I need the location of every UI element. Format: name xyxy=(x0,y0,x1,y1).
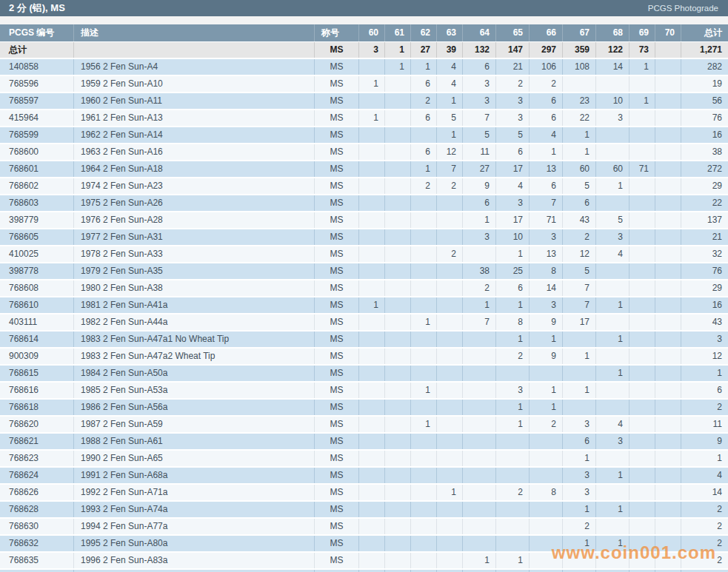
grade-count-64: 38 xyxy=(463,263,496,279)
grade-count-66: 71 xyxy=(530,212,563,228)
pcgs-number-link[interactable]: 768615 xyxy=(0,366,74,381)
pcgs-number-link[interactable]: 900309 xyxy=(0,349,74,364)
row-total: 38 xyxy=(681,144,728,160)
designation: MS xyxy=(315,485,359,500)
totals-description xyxy=(74,42,315,58)
table-row: 768596 1959 2 Fen Sun-A10 MS 1 6 4 3 2 2… xyxy=(0,76,728,93)
column-header-grade-60: 60 xyxy=(359,24,385,41)
pcgs-number-link[interactable]: 768596 xyxy=(0,76,74,92)
row-total: 1 xyxy=(681,451,728,466)
grade-count-60: 1 xyxy=(359,76,385,92)
grade-count-62 xyxy=(411,332,437,347)
grade-count-66 xyxy=(530,366,563,381)
grade-count-67: 1 xyxy=(563,144,596,160)
pcgs-number-link[interactable]: 768623 xyxy=(0,451,74,466)
pcgs-number-link[interactable]: 768632 xyxy=(0,536,74,551)
pcgs-number-link[interactable]: 768616 xyxy=(0,383,74,398)
grade-count-62: 6 xyxy=(411,110,437,126)
pcgs-number-link[interactable]: 768635 xyxy=(0,553,74,568)
pcgs-number-link[interactable]: 768603 xyxy=(0,195,74,211)
grade-count-60 xyxy=(359,502,385,517)
grade-count-69 xyxy=(630,229,655,245)
grade-count-65 xyxy=(496,451,530,466)
grade-count-69 xyxy=(630,349,655,364)
designation: MS xyxy=(315,349,359,364)
table-row: 768602 1974 2 Fen Sun-A23 MS 2 2 9 4 6 5… xyxy=(0,178,728,195)
grade-count-61 xyxy=(385,127,411,143)
row-total: 76 xyxy=(681,263,728,279)
coin-description: 1977 2 Fen Sun-A31 xyxy=(74,229,315,245)
pcgs-number-link[interactable]: 768621 xyxy=(0,434,74,449)
grade-count-64 xyxy=(463,400,496,415)
pcgs-number-link[interactable]: 768624 xyxy=(0,468,74,483)
pcgs-photograde-link[interactable]: PCGS Photograde xyxy=(648,4,718,13)
grade-count-60 xyxy=(359,332,385,347)
grade-count-63 xyxy=(437,553,463,568)
designation: MS xyxy=(315,400,359,415)
pcgs-number-link[interactable]: 768597 xyxy=(0,93,74,109)
grade-count-66: 7 xyxy=(530,195,563,211)
grade-count-62 xyxy=(411,400,437,415)
table-row: 768630 1994 2 Fen Sun-A77a MS 2 2 xyxy=(0,519,728,536)
grade-count-62: 2 xyxy=(411,93,437,109)
grade-count-68: 1 xyxy=(596,366,630,381)
pcgs-number-link[interactable]: 398778 xyxy=(0,263,74,279)
designation: MS xyxy=(315,332,359,347)
grade-count-70 xyxy=(655,263,681,279)
grade-count-64 xyxy=(463,519,496,534)
grade-count-60: 1 xyxy=(359,297,385,313)
grade-count-61 xyxy=(385,332,411,347)
row-total: 11 xyxy=(681,417,728,432)
pcgs-number-link[interactable]: 768608 xyxy=(0,280,74,296)
grade-count-70 xyxy=(655,434,681,449)
grade-count-61 xyxy=(385,212,411,228)
grade-count-66: 13 xyxy=(530,246,563,262)
grade-count-61 xyxy=(385,246,411,262)
pcgs-number-link[interactable]: 768626 xyxy=(0,485,74,500)
pcgs-number-link[interactable]: 768618 xyxy=(0,400,74,415)
grade-count-62 xyxy=(411,502,437,517)
column-header-grade-64: 64 xyxy=(463,24,496,41)
pcgs-number-link[interactable]: 768599 xyxy=(0,127,74,143)
pcgs-number-link[interactable]: 768602 xyxy=(0,178,74,194)
pcgs-number-link[interactable]: 768601 xyxy=(0,161,74,177)
totals-label: 总计 xyxy=(0,42,74,58)
grade-count-70 xyxy=(655,485,681,500)
pcgs-number-link[interactable]: 768610 xyxy=(0,297,74,313)
grade-count-64: 27 xyxy=(463,161,496,177)
totals-grade-63: 39 xyxy=(437,42,463,58)
grade-count-69 xyxy=(630,76,655,92)
grade-count-67 xyxy=(563,76,596,92)
coin-description: 1981 2 Fen Sun-A41a xyxy=(74,297,315,313)
column-header-grade-69: 69 xyxy=(630,24,655,41)
grade-count-62 xyxy=(411,195,437,211)
grade-count-64: 1 xyxy=(463,553,496,568)
pcgs-number-link[interactable]: 768614 xyxy=(0,332,74,347)
coin-description: 1988 2 Fen Sun-A61 xyxy=(74,434,315,449)
table-row: 768600 1963 2 Fen Sun-A16 MS 6 12 11 6 1… xyxy=(0,144,728,161)
grade-count-67: 108 xyxy=(563,59,596,75)
pcgs-number-link[interactable]: 768600 xyxy=(0,144,74,160)
grade-count-69 xyxy=(630,246,655,262)
grade-count-70 xyxy=(655,280,681,296)
pcgs-number-link[interactable]: 415964 xyxy=(0,110,74,126)
pcgs-number-link[interactable]: 768630 xyxy=(0,519,74,534)
pcgs-number-link[interactable]: 398779 xyxy=(0,212,74,228)
pcgs-number-link[interactable]: 768620 xyxy=(0,417,74,432)
grade-count-61 xyxy=(385,314,411,330)
pcgs-number-link[interactable]: 768605 xyxy=(0,229,74,245)
pcgs-number-link[interactable]: 768628 xyxy=(0,502,74,517)
grade-count-68: 10 xyxy=(596,93,630,109)
grade-count-60 xyxy=(359,485,385,500)
grade-count-62 xyxy=(411,519,437,534)
grade-count-64 xyxy=(463,434,496,449)
grade-count-69 xyxy=(630,366,655,381)
pcgs-number-link[interactable]: 403111 xyxy=(0,314,74,330)
pcgs-number-link[interactable]: 410025 xyxy=(0,246,74,262)
grade-count-61 xyxy=(385,417,411,432)
grade-count-65: 2 xyxy=(496,76,530,92)
grade-count-67: 43 xyxy=(563,212,596,228)
pcgs-number-link[interactable]: 140858 xyxy=(0,59,74,75)
grade-count-70 xyxy=(655,502,681,517)
table-body: 140858 1956 2 Fen Sun-A4 MS 1 1 4 6 21 1… xyxy=(0,59,728,572)
